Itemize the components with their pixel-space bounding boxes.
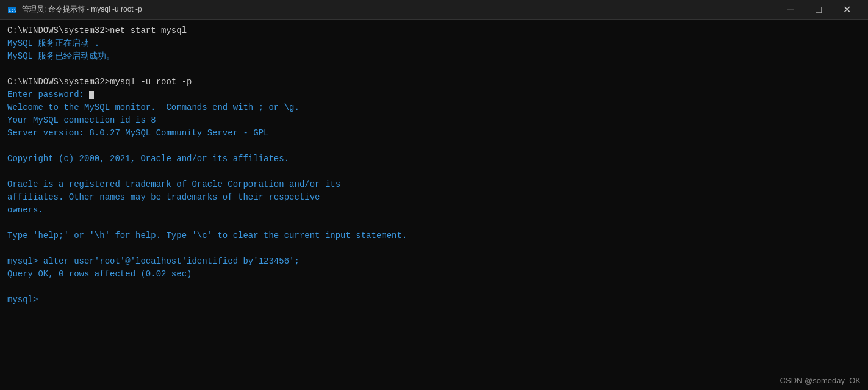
- terminal-line-empty: [7, 217, 861, 229]
- terminal-line: MySQL 服务正在启动 .: [7, 37, 861, 50]
- terminal-line: Server version: 8.0.27 MySQL Community S…: [7, 127, 861, 140]
- terminal-line: C:\WINDOWS\system32>net start mysql: [7, 24, 861, 37]
- terminal-line: Type 'help;' or '\h' for help. Type '\c'…: [7, 229, 861, 242]
- terminal-line: mysql> alter user'root'@'localhost'ident…: [7, 255, 861, 268]
- close-button[interactable]: ✕: [833, 0, 861, 20]
- terminal-line-empty: [7, 63, 861, 76]
- cursor: [89, 91, 94, 99]
- terminal-window: C:\ 管理员: 命令提示符 - mysql -u root -p ─ □ ✕ …: [0, 0, 868, 390]
- terminal-line-password: Enter password:: [7, 88, 861, 101]
- terminal-line-empty: [7, 165, 861, 178]
- terminal-line: Oracle is a registered trademark of Orac…: [7, 178, 861, 191]
- terminal-line: Welcome to the MySQL monitor. Commands e…: [7, 101, 861, 114]
- terminal-line: affiliates. Other names may be trademark…: [7, 191, 861, 204]
- terminal-line: Your MySQL connection id is 8: [7, 114, 861, 127]
- terminal-body[interactable]: C:\WINDOWS\system32>net start mysql MySQ…: [0, 20, 868, 390]
- maximize-button[interactable]: □: [805, 0, 833, 20]
- terminal-line: Copyright (c) 2000, 2021, Oracle and/or …: [7, 153, 861, 165]
- watermark: CSDN @someday_OK: [780, 376, 861, 385]
- terminal-line: Query OK, 0 rows affected (0.02 sec): [7, 268, 861, 281]
- terminal-line-empty: [7, 140, 861, 153]
- window-title: 管理员: 命令提示符 - mysql -u root -p: [22, 4, 777, 15]
- terminal-line: MySQL 服务已经启动成功。: [7, 50, 861, 63]
- svg-text:C:\: C:\: [9, 8, 16, 13]
- terminal-line-empty: [7, 242, 861, 255]
- terminal-prompt: mysql>: [7, 294, 861, 306]
- window-controls: ─ □ ✕: [777, 0, 861, 20]
- minimize-button[interactable]: ─: [777, 0, 805, 20]
- terminal-icon: C:\: [7, 5, 17, 15]
- terminal-line: C:\WINDOWS\system32>mysql -u root -p: [7, 76, 861, 88]
- terminal-line-empty: [7, 281, 861, 294]
- terminal-line: owners.: [7, 204, 861, 217]
- title-bar: C:\ 管理员: 命令提示符 - mysql -u root -p ─ □ ✕: [0, 0, 868, 20]
